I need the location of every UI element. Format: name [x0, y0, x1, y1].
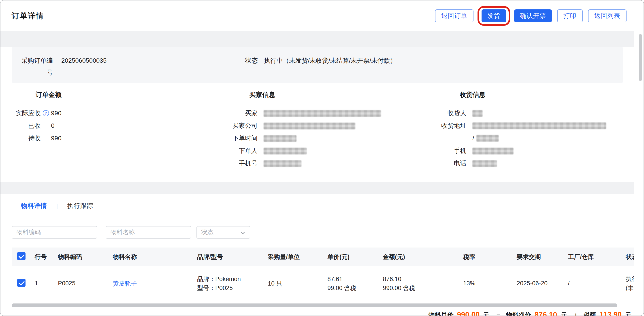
vertical-scrollbar-thumb[interactable]	[639, 34, 642, 81]
shipping-address-row: 收货地址 /	[426, 120, 520, 144]
material-code-input[interactable]	[12, 226, 97, 238]
cell-material-code: P0025	[54, 266, 109, 301]
redacted-orderer	[264, 148, 307, 154]
redacted-shipping-mobile	[472, 148, 514, 154]
net-price-value: 876.10	[534, 310, 557, 316]
divider-band	[0, 182, 634, 194]
amount-row-pending: 待收 990	[12, 132, 86, 144]
tab-separator: |	[56, 202, 58, 210]
col-row-no: 行号	[31, 248, 54, 266]
confirm-invoice-button[interactable]: 确认开票	[514, 10, 552, 22]
total-price-value: 990.00	[457, 310, 480, 316]
order-time-row: 下单时间	[215, 132, 309, 144]
redacted-address-line1	[472, 122, 606, 129]
order-summary-card: 采购订单编号 2025060500035 状态 执行中（未发货/未收货/未结算/…	[0, 47, 634, 182]
material-name-link[interactable]: 黄皮耗子	[113, 280, 137, 287]
materials-table-region: 行号 物料编码 物料名称 品牌/型号 采购量/单位 单价(元) 金额(元) 税率…	[12, 248, 634, 301]
cell-status: 执行中 (未发货	[622, 266, 634, 301]
buyer-mobile-row: 手机号	[215, 157, 309, 170]
col-tax-rate: 税率	[460, 248, 513, 266]
order-amount-section: 订单金额 实际应收 ? 990 已收 0 待收	[12, 83, 86, 144]
received-value: 0	[51, 122, 54, 129]
chevron-down-icon	[240, 230, 245, 234]
orderer-row: 下单人	[215, 144, 309, 157]
totals-summary: 物料总价 990.00 元 = 物料净价 876.10 元 + 税额 113.9…	[428, 310, 633, 316]
col-material-code: 物料编码	[54, 248, 109, 266]
col-warehouse: 工厂/仓库	[564, 248, 622, 266]
page-title: 订单详情	[12, 11, 44, 21]
buyer-company-row: 买家公司	[215, 120, 309, 132]
tab-execution-tracking[interactable]: 执行跟踪	[67, 202, 93, 210]
consignee-row: 收货人	[426, 107, 520, 120]
detail-tabs: 物料详情 | 执行跟踪	[0, 194, 634, 210]
po-number-label: 采购订单编号	[19, 54, 53, 78]
table-row: 1 P0025 黄皮耗子 品牌：Pokémon 型号：P0025 10 只 87…	[12, 266, 634, 301]
horizontal-scrollbar-thumb[interactable]	[12, 304, 617, 307]
redacted-order-time	[264, 135, 296, 142]
cell-unit-price: 87.61 99.00 含税	[324, 266, 379, 301]
material-filters: 状态	[12, 226, 634, 238]
materials-table: 行号 物料编码 物料名称 品牌/型号 采购量/单位 单价(元) 金额(元) 税率…	[12, 248, 634, 301]
cell-row-no: 1	[31, 266, 54, 301]
cell-qty-unit: 10 只	[264, 266, 324, 301]
print-button[interactable]: 打印	[557, 10, 583, 22]
status-select[interactable]: 状态	[196, 226, 250, 238]
buyer-info-title: 买家信息	[215, 83, 309, 98]
buyer-info-section: 买家信息 买家 买家公司 下单时间	[215, 83, 309, 170]
top-bar: 订单详情 退回订单 发货 确认开票 打印 返回列表	[0, 0, 634, 31]
shipping-mobile-row: 手机	[426, 144, 520, 157]
status-select-placeholder: 状态	[202, 228, 214, 236]
order-status-label: 状态	[245, 54, 258, 66]
address-line2-prefix: /	[472, 135, 474, 142]
divider-band	[0, 31, 634, 47]
redacted-consignee	[472, 110, 483, 117]
back-to-list-button[interactable]: 返回列表	[588, 10, 626, 22]
shipping-info-section: 收货信息 收货人 收货地址 /	[426, 83, 520, 170]
redacted-shipping-phone	[472, 160, 497, 167]
return-order-button[interactable]: 退回订单	[435, 10, 474, 22]
amount-row-receivable: 实际应收 ? 990	[12, 107, 86, 120]
material-name-input[interactable]	[106, 226, 191, 238]
table-header-row: 行号 物料编码 物料名称 品牌/型号 采购量/单位 单价(元) 金额(元) 税率…	[12, 248, 634, 266]
redacted-address-line2	[476, 135, 499, 142]
tax-amount-value: 113.90	[600, 310, 622, 316]
ship-button[interactable]: 发货	[482, 10, 506, 22]
redacted-buyer-company	[264, 123, 355, 129]
order-detail-window: 订单详情 退回订单 发货 确认开票 打印 返回列表 采购订单编号 2025060…	[0, 0, 644, 316]
cell-amount: 876.10 990.00 含税	[379, 266, 460, 301]
shipping-phone-row: 电话	[426, 157, 520, 170]
cell-warehouse: /	[564, 266, 622, 301]
tab-material-details[interactable]: 物料详情	[21, 202, 47, 210]
col-unit-price: 单价(元)	[324, 248, 379, 266]
help-icon[interactable]: ?	[43, 110, 49, 116]
col-due-date: 要求交期	[513, 248, 564, 266]
row-checkbox[interactable]	[17, 279, 26, 287]
materials-card: 物料详情 | 执行跟踪 状态	[0, 194, 634, 316]
col-status: 状态	[622, 248, 634, 266]
receivable-value: 990	[51, 110, 62, 117]
buyer-row: 买家	[215, 107, 309, 120]
po-number-value: 2025060500035	[61, 54, 106, 66]
col-amount: 金额(元)	[379, 248, 460, 266]
order-status-value: 执行中（未发货/未收货/未结算/未开票/未付款）	[264, 54, 396, 66]
toolbar: 退回订单 发货 确认开票 打印 返回列表	[435, 10, 626, 22]
cell-due-date: 2025-06-20	[513, 266, 564, 301]
page-content: 订单详情 退回订单 发货 确认开票 打印 返回列表 采购订单编号 2025060…	[0, 0, 634, 316]
shipping-info-title: 收货信息	[426, 83, 520, 98]
cell-brand-model: 品牌：Pokémon 型号：P0025	[194, 266, 264, 301]
po-info-box: 采购订单编号 2025060500035 状态 执行中（未发货/未收货/未结算/…	[12, 47, 623, 83]
pending-value: 990	[51, 135, 62, 142]
order-info-columns: 订单金额 实际应收 ? 990 已收 0 待收	[0, 83, 634, 182]
redacted-buyer	[264, 110, 381, 117]
horizontal-scrollbar	[12, 304, 634, 308]
redacted-buyer-mobile	[264, 160, 302, 167]
ship-button-wrap: 发货	[482, 10, 506, 22]
select-all-checkbox[interactable]	[17, 252, 26, 260]
order-amount-title: 订单金额	[12, 83, 86, 98]
col-brand-model: 品牌/型号	[194, 248, 264, 266]
col-qty-unit: 采购量/单位	[264, 248, 324, 266]
col-material-name: 物料名称	[109, 248, 194, 266]
order-status-group: 状态 执行中（未发货/未收货/未结算/未开票/未付款）	[245, 54, 396, 66]
amount-row-received: 已收 0	[12, 120, 86, 132]
cell-tax-rate: 13%	[460, 266, 513, 301]
